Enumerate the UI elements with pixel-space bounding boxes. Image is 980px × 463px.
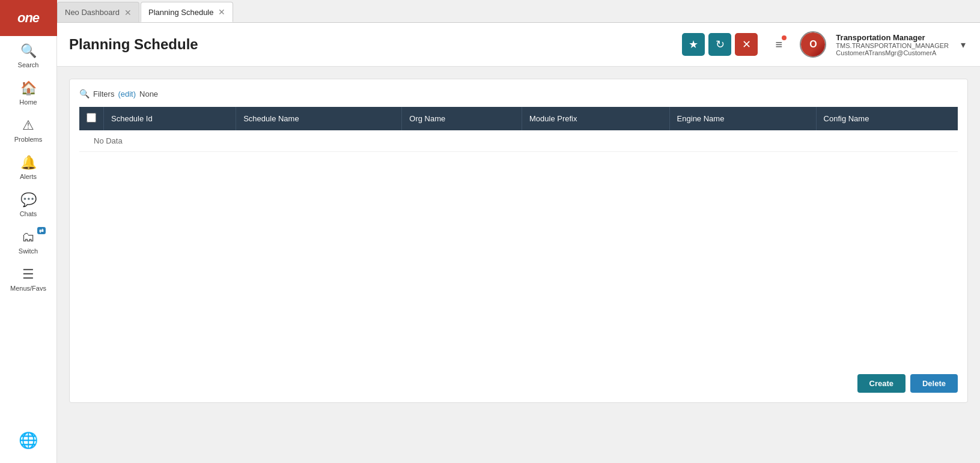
sidebar-label-home: Home xyxy=(19,98,37,106)
filter-icon: 🔍 xyxy=(79,89,90,98)
filter-bar: 🔍 Filters (edit) None xyxy=(79,89,958,98)
page-title: Planning Schedule xyxy=(69,36,672,53)
sidebar-label-chats: Chats xyxy=(20,210,37,217)
table-empty-row: No Data xyxy=(79,130,958,152)
alerts-icon: 🔔 xyxy=(20,155,37,171)
sidebar-item-switch[interactable]: 🗂 ⇄ Switch xyxy=(0,222,56,259)
avatar-inner: O xyxy=(801,32,825,56)
refresh-button[interactable]: ↻ xyxy=(708,33,731,56)
chats-icon: 💬 xyxy=(20,192,37,208)
col-module-prefix: Module Prefix xyxy=(522,107,670,130)
switch-icon: 🗂 xyxy=(22,229,35,245)
user-role: TMS.TRANSPORTATION_MANAGER xyxy=(836,42,949,49)
problems-icon: ⚠ xyxy=(22,118,34,133)
sidebar-label-alerts: Alerts xyxy=(20,173,37,180)
sidebar-bottom: 🌐 xyxy=(0,424,56,463)
filter-value: None xyxy=(139,89,158,98)
content-area: 🔍 Filters (edit) None Schedule Id xyxy=(57,67,980,463)
no-data-message: No Data xyxy=(87,129,130,153)
sidebar-label-problems: Problems xyxy=(14,136,42,143)
tab-close-planning-schedule[interactable]: ✕ xyxy=(218,8,225,16)
close-tab-button[interactable]: ✕ xyxy=(735,33,758,56)
main-area: Neo Dashboard ✕ Planning Schedule ✕ Plan… xyxy=(57,0,980,463)
table-header: Schedule Id Schedule Name Org Name Modul… xyxy=(79,107,958,130)
data-table: Schedule Id Schedule Name Org Name Modul… xyxy=(79,107,958,152)
tab-label-planning-schedule: Planning Schedule xyxy=(148,8,213,17)
tab-close-neo-dashboard[interactable]: ✕ xyxy=(124,8,132,17)
search-icon: 🔍 xyxy=(20,43,37,59)
create-button[interactable]: Create xyxy=(857,374,905,393)
tab-bar: Neo Dashboard ✕ Planning Schedule ✕ xyxy=(57,0,980,23)
favorite-button[interactable]: ★ xyxy=(682,33,705,56)
col-schedule-id: Schedule Id xyxy=(104,107,236,130)
filter-edit-link[interactable]: (edit) xyxy=(118,89,136,98)
globe-icon: 🌐 xyxy=(19,431,38,450)
user-dropdown-icon[interactable]: ▾ xyxy=(958,37,968,53)
select-all-checkbox[interactable] xyxy=(87,113,96,123)
sidebar-item-menus-favs[interactable]: ☰ Menus/Favs xyxy=(0,259,56,297)
col-checkbox xyxy=(79,107,104,130)
page-header: Planning Schedule ★ ↻ ✕ ≡ O Transportati… xyxy=(57,23,980,67)
col-engine-name: Engine Name xyxy=(669,107,816,130)
table-body: No Data xyxy=(79,130,958,152)
sidebar-item-globe[interactable]: 🌐 xyxy=(0,424,56,457)
col-schedule-name: Schedule Name xyxy=(236,107,402,130)
home-icon: 🏠 xyxy=(20,80,37,96)
header-actions: ★ ↻ ✕ xyxy=(682,33,758,56)
switch-badge: ⇄ xyxy=(37,227,46,234)
header-menu-button[interactable]: ≡ xyxy=(767,33,790,56)
menus-icon: ☰ xyxy=(22,267,34,282)
tab-label-neo-dashboard: Neo Dashboard xyxy=(65,8,120,17)
delete-button[interactable]: Delete xyxy=(910,374,958,393)
sidebar-item-search[interactable]: 🔍 Search xyxy=(0,36,56,73)
user-info: Transportation Manager TMS.TRANSPORTATIO… xyxy=(836,33,949,56)
sidebar: one 🔍 Search 🏠 Home ⚠ Problems 🔔 Alerts … xyxy=(0,0,57,463)
tab-neo-dashboard[interactable]: Neo Dashboard ✕ xyxy=(57,2,139,22)
sidebar-item-home[interactable]: 🏠 Home xyxy=(0,73,56,110)
sidebar-label-menus-favs: Menus/Favs xyxy=(10,285,46,292)
tab-planning-schedule[interactable]: Planning Schedule ✕ xyxy=(141,2,233,22)
sidebar-label-search: Search xyxy=(18,61,39,68)
sidebar-item-problems[interactable]: ⚠ Problems xyxy=(0,110,56,148)
user-email: CustomerATransMgr@CustomerA xyxy=(836,49,949,56)
notification-dot xyxy=(781,34,788,41)
filter-label: Filters xyxy=(93,89,114,98)
sidebar-item-alerts[interactable]: 🔔 Alerts xyxy=(0,148,56,185)
sidebar-label-switch: Switch xyxy=(19,247,38,255)
content-panel: 🔍 Filters (edit) None Schedule Id xyxy=(69,79,968,403)
col-config-name: Config Name xyxy=(816,107,958,130)
col-org-name: Org Name xyxy=(402,107,522,130)
user-avatar: O xyxy=(800,31,826,58)
content-footer: Create Delete xyxy=(79,365,958,393)
sidebar-item-chats[interactable]: 💬 Chats xyxy=(0,185,56,222)
user-name: Transportation Manager xyxy=(836,33,949,42)
app-logo[interactable]: one xyxy=(0,0,57,36)
